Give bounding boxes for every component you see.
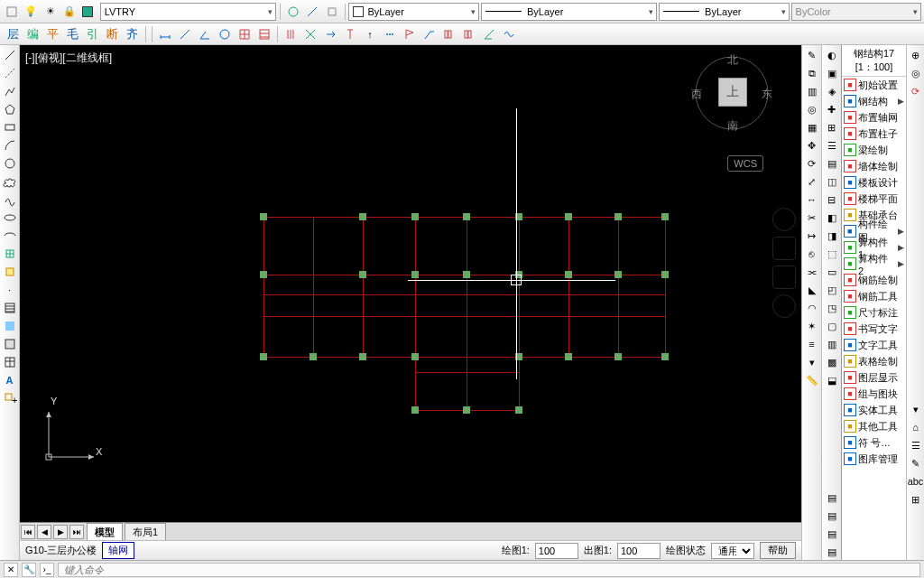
panel-item-19[interactable]: ■组与图块	[842, 386, 906, 402]
chamfer-icon[interactable]: ◣	[804, 282, 820, 298]
cmd-close-icon[interactable]: ✕	[4, 563, 18, 577]
explode-icon[interactable]: ✶	[804, 318, 820, 334]
p3-icon[interactable]: ◎	[908, 65, 924, 81]
p3-icon[interactable]: ⟳	[908, 83, 924, 99]
p2-icon[interactable]: ☰	[824, 137, 840, 154]
panel-item-23[interactable]: ■图库管理	[842, 451, 906, 467]
ch-btn-0[interactable]: 层	[3, 24, 23, 44]
p3-icon[interactable]: abc	[908, 473, 924, 489]
tab-prev[interactable]: ◀	[37, 525, 51, 539]
ch-btn-6[interactable]: 齐	[122, 24, 142, 44]
p2b-icon[interactable]: ▤	[824, 508, 840, 524]
linetype-combo[interactable]: ByLayer	[481, 3, 657, 21]
p2-icon[interactable]: ▤	[824, 155, 840, 172]
tab-next[interactable]: ▶	[53, 525, 68, 539]
bars2-icon[interactable]	[460, 25, 478, 43]
join-icon[interactable]: ⫘	[804, 264, 820, 280]
ch-btn-4[interactable]: 引	[82, 24, 102, 44]
tab-last[interactable]: ⏭	[69, 525, 84, 539]
erase-icon[interactable]: ✎	[804, 47, 820, 63]
p3-icon[interactable]: ⊕	[908, 47, 924, 63]
panel-item-17[interactable]: ■表格绘制	[842, 353, 906, 369]
p2-icon[interactable]: ▥	[824, 336, 840, 352]
panel-item-16[interactable]: ■文字工具	[842, 337, 906, 353]
match-icon[interactable]	[321, 25, 339, 43]
construction-line-icon[interactable]	[2, 65, 18, 81]
ch-btn-2[interactable]: 平	[42, 24, 62, 44]
callout-icon[interactable]	[420, 25, 439, 43]
tool-generic[interactable]	[3, 3, 21, 21]
panel-item-7[interactable]: ■楼梯平面	[842, 191, 906, 207]
panel-item-14[interactable]: ■尺寸标注	[842, 304, 906, 321]
bars1-icon[interactable]	[440, 25, 458, 43]
tab-first[interactable]: ⏮	[21, 525, 35, 539]
wave-icon[interactable]	[500, 25, 518, 43]
panel-item-21[interactable]: ■其他工具	[842, 418, 906, 434]
color-combo[interactable]: ByLayer	[348, 3, 478, 21]
lightbulb-icon[interactable]: 💡	[23, 3, 41, 21]
p2-icon[interactable]: ▢	[824, 318, 840, 334]
axis-btn[interactable]: 轴网	[102, 542, 134, 559]
nav-tools[interactable]	[772, 208, 798, 318]
scale2-input[interactable]	[617, 543, 661, 559]
ch-btn-5[interactable]: 断	[102, 24, 122, 44]
p2-icon[interactable]: ⬓	[824, 372, 840, 388]
scale-icon[interactable]: ⤢	[804, 173, 820, 190]
panel-item-2[interactable]: ■布置轴网	[842, 109, 906, 126]
scale1-input[interactable]	[535, 543, 578, 559]
ellipse-icon[interactable]	[2, 210, 18, 226]
lineweight-combo[interactable]: ByLayer	[659, 3, 789, 21]
circle-icon[interactable]	[2, 155, 18, 172]
view-cube[interactable]: 北 东 南 西 上	[691, 52, 772, 134]
line-icon[interactable]	[2, 47, 18, 63]
p2-icon[interactable]: ◈	[824, 83, 840, 99]
panel-item-22[interactable]: ■符 号…	[842, 434, 906, 451]
axis-vert-icon[interactable]	[341, 25, 359, 43]
layer-match-icon[interactable]	[303, 3, 321, 21]
break-icon[interactable]: ⎋	[804, 246, 820, 262]
p2-icon[interactable]: ⬚	[824, 246, 840, 262]
make-block-icon[interactable]	[2, 264, 18, 280]
panel-item-11[interactable]: ■算构件 2▶	[842, 256, 906, 272]
p2-icon[interactable]: ◰	[824, 282, 840, 298]
state-select[interactable]: 通用	[711, 543, 754, 559]
gradient-icon[interactable]	[2, 318, 18, 334]
color-swatch[interactable]	[80, 3, 98, 21]
panel-item-1[interactable]: ■钢结构▶	[842, 93, 906, 109]
lock-icon[interactable]: 🔒	[61, 3, 79, 21]
filter-icon[interactable]: ▾	[804, 354, 820, 370]
offset-icon[interactable]: ◎	[804, 101, 820, 117]
p3-icon[interactable]: ✎	[908, 455, 924, 471]
p2-icon[interactable]: ◳	[824, 300, 840, 316]
p3-icon[interactable]: ▾	[908, 401, 924, 417]
dim-angular-icon[interactable]	[196, 25, 214, 43]
p2-icon[interactable]: ✚	[824, 101, 840, 117]
p2-icon[interactable]: ◨	[824, 228, 840, 244]
spline-icon[interactable]	[2, 191, 18, 208]
drawing-canvas[interactable]: [-][俯视][二维线框] 北 东 南 西 上 WCS	[20, 45, 801, 522]
p3-icon[interactable]: ☰	[908, 437, 924, 453]
cmd-tool-icon[interactable]: 🔧	[22, 563, 36, 577]
arc-icon[interactable]	[2, 137, 18, 154]
panel-item-13[interactable]: ■钢筋工具	[842, 288, 906, 304]
panel-item-3[interactable]: ■布置柱子	[842, 126, 906, 142]
mirror-icon[interactable]: ▥	[804, 83, 820, 99]
sun-icon[interactable]: ☀	[42, 3, 60, 21]
insert-block-icon[interactable]	[2, 246, 18, 262]
panel-item-4[interactable]: ■梁绘制	[842, 142, 906, 158]
hatch2-icon[interactable]	[2, 300, 18, 316]
viewcube-face[interactable]: 上	[718, 78, 747, 107]
point-icon[interactable]: ·	[2, 282, 18, 298]
flag-icon[interactable]	[401, 25, 419, 43]
p2-icon[interactable]: ◐	[824, 47, 840, 63]
p2b-icon[interactable]: ▤	[824, 544, 840, 560]
revcloud-icon[interactable]	[2, 173, 18, 190]
cross-icon[interactable]	[301, 25, 319, 43]
ch-btn-1[interactable]: 编	[23, 24, 42, 44]
p2-icon[interactable]: ◫	[824, 173, 840, 190]
move-icon[interactable]: ✥	[804, 137, 820, 154]
cmd-prompt-icon[interactable]: ›_	[40, 563, 54, 577]
arrow-up-icon[interactable]: ↑	[361, 25, 379, 43]
panel-item-12[interactable]: ■钢筋绘制	[842, 272, 906, 288]
table-icon[interactable]	[2, 354, 18, 370]
